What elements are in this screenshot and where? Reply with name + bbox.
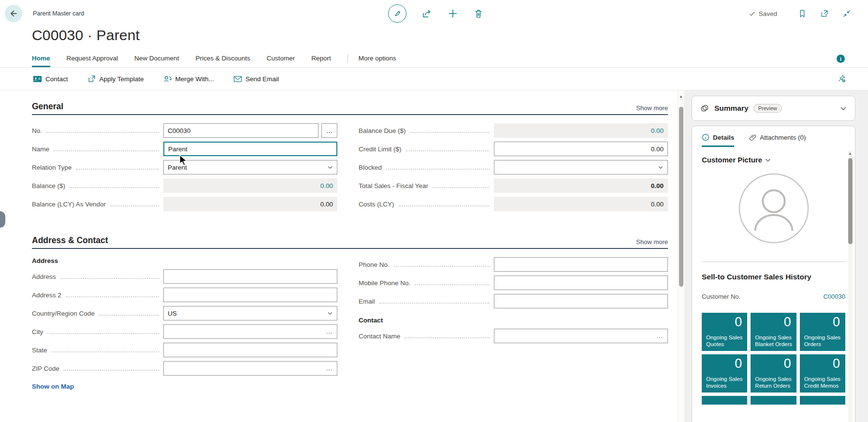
- name-input[interactable]: [163, 142, 337, 156]
- customer-avatar: [738, 173, 810, 244]
- dotted-leader: [66, 296, 159, 297]
- address-2-input[interactable]: [163, 288, 337, 302]
- delete-button[interactable]: [473, 8, 484, 19]
- dotted-leader: [76, 169, 159, 170]
- phone-no-label: Phone No.: [359, 261, 390, 268]
- address-input[interactable]: [163, 269, 337, 284]
- phone-no-input[interactable]: [494, 257, 668, 272]
- record-actions: [388, 4, 484, 23]
- scroll-up-arrow-icon[interactable]: ▲: [848, 151, 852, 156]
- divider: [702, 262, 845, 262]
- country-region-code-select[interactable]: US: [163, 306, 337, 320]
- balance-due-value: 0.00: [494, 123, 668, 138]
- tile-partial[interactable]: [800, 396, 845, 405]
- relation-type-select[interactable]: Parent: [163, 160, 337, 175]
- blocked-select[interactable]: [494, 160, 668, 175]
- no-input[interactable]: [163, 123, 318, 138]
- city-assist-button[interactable]: …: [326, 327, 333, 335]
- customer-no-label: Customer No.: [702, 293, 740, 300]
- share-icon: [421, 8, 433, 19]
- merge-icon: [163, 74, 172, 83]
- tile-ongoing-sales-credit-memos[interactable]: 0Ongoing Sales Credit Memos: [800, 354, 845, 393]
- tile-ongoing-sales-invoices[interactable]: 0Ongoing Sales Invoices: [702, 354, 747, 393]
- back-arrow-icon: [9, 9, 18, 18]
- share-button[interactable]: [421, 8, 433, 19]
- dotted-leader: [415, 284, 490, 285]
- tab-new-document[interactable]: New Document: [134, 50, 179, 67]
- customer-picture-title: Customer Picture: [702, 156, 762, 164]
- zip-code-row: ZIP Code…: [32, 359, 337, 378]
- scroll-up-arrow-icon[interactable]: ▲: [679, 94, 683, 99]
- show-on-map-link[interactable]: Show on Map: [32, 383, 74, 390]
- action-contact[interactable]: Contact: [33, 74, 68, 83]
- tab-prices-discounts[interactable]: Prices & Discounts: [195, 50, 250, 67]
- zip-code-input[interactable]: [163, 361, 337, 376]
- trash-icon: [473, 8, 484, 19]
- pencil-icon: [392, 9, 402, 18]
- customer-picture-header[interactable]: Customer Picture: [702, 156, 845, 164]
- card-main: General Show more No.…NameRelation TypeP…: [0, 90, 678, 422]
- mobile-phone-no-input[interactable]: [494, 276, 668, 290]
- action-send-email[interactable]: Send Email: [233, 74, 279, 83]
- contact-name-row: Contact Name…: [359, 327, 668, 345]
- factbox-tabs: DetailsAttachments (0): [692, 126, 855, 147]
- factbox-tab-details[interactable]: Details: [702, 133, 734, 147]
- tile-value: 0: [833, 315, 840, 330]
- contact-name-assist-button[interactable]: …: [656, 332, 664, 339]
- tile-partial[interactable]: [702, 396, 747, 405]
- dotted-leader: [410, 132, 490, 133]
- summary-card[interactable]: Summary Preview: [692, 96, 855, 121]
- collapse-button[interactable]: [842, 9, 852, 18]
- balance-label: Balance ($): [32, 182, 65, 189]
- state-input[interactable]: [163, 343, 337, 357]
- tab-home[interactable]: Home: [32, 50, 50, 67]
- tile-ongoing-sales-blanket-orders[interactable]: 0Ongoing Sales Blanket Orders: [751, 313, 796, 351]
- main-scrollbar-thumb[interactable]: [679, 107, 683, 287]
- sidebar-scrollbar-thumb[interactable]: [848, 158, 853, 244]
- balance-row: Balance ($)0.00: [32, 176, 337, 195]
- tab-customer[interactable]: Customer: [267, 50, 295, 67]
- chevron-down-icon[interactable]: [765, 157, 771, 163]
- action-apply-template[interactable]: Apply Template: [87, 74, 144, 83]
- open-window-button[interactable]: [820, 9, 829, 18]
- dotted-leader: [399, 205, 490, 206]
- contact-name-input[interactable]: [494, 329, 668, 343]
- zip-code-label: ZIP Code: [32, 365, 59, 372]
- main-scrollbar[interactable]: ▲: [678, 90, 684, 422]
- dotted-leader: [394, 266, 490, 267]
- city-input[interactable]: [163, 324, 337, 339]
- info-icon[interactable]: i: [837, 55, 845, 63]
- add-button[interactable]: [447, 8, 459, 19]
- tab-report[interactable]: Report: [311, 50, 331, 67]
- credit-limit-input[interactable]: [494, 142, 668, 156]
- tile-ongoing-sales-return-orders[interactable]: 0Ongoing Sales Return Orders: [751, 354, 796, 393]
- country-region-code-row: Country/Region CodeUS: [32, 304, 337, 322]
- action-merge-with[interactable]: Merge With...: [163, 74, 214, 83]
- address-show-more-link[interactable]: Show more: [636, 238, 668, 246]
- factbox-tab-attachments-0[interactable]: Attachments (0): [749, 133, 806, 147]
- no-assist-button[interactable]: …: [321, 123, 337, 138]
- chevron-down-icon[interactable]: [839, 104, 847, 112]
- preview-badge: Preview: [753, 104, 782, 113]
- zip-code-assist-button[interactable]: …: [326, 364, 333, 372]
- balance-due-label: Balance Due ($): [359, 127, 406, 134]
- dotted-leader: [52, 351, 159, 352]
- apply-template-icon: [87, 74, 96, 83]
- back-button[interactable]: [5, 5, 22, 22]
- edit-button[interactable]: [388, 4, 406, 23]
- customer-no-link[interactable]: C00030: [823, 293, 845, 300]
- window-controls: Saved: [749, 0, 852, 27]
- general-show-more-link[interactable]: Show more: [636, 104, 668, 112]
- tile-ongoing-sales-quotes[interactable]: 0Ongoing Sales Quotes: [702, 313, 747, 351]
- chevron-down-icon: [327, 310, 333, 316]
- bookmark-button[interactable]: [797, 9, 807, 18]
- email-input[interactable]: [494, 294, 668, 308]
- unpin-icon[interactable]: [837, 74, 847, 84]
- tile-partial[interactable]: [751, 396, 796, 405]
- total-sales-fiscal-year-value: 0.00: [494, 178, 668, 193]
- tab-more-options[interactable]: More options: [359, 50, 396, 67]
- city-row: City…: [32, 322, 337, 341]
- tab-request-approval[interactable]: Request Approval: [67, 50, 118, 67]
- factbox-tab-label: Attachments (0): [760, 134, 806, 141]
- tile-ongoing-sales-orders[interactable]: 0Ongoing Sales Orders: [800, 313, 845, 351]
